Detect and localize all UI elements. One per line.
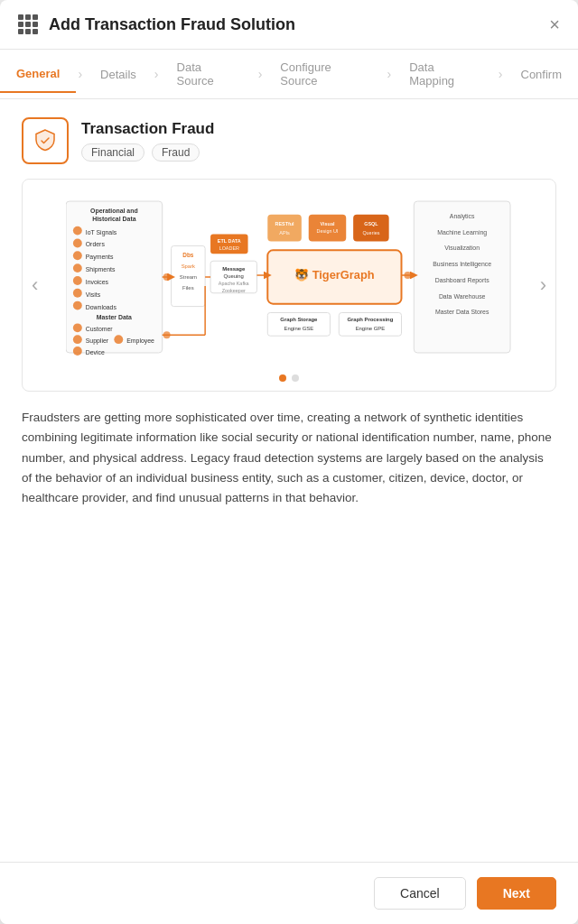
svg-text:Data Warehouse: Data Warehouse: [439, 293, 486, 300]
svg-rect-39: [267, 313, 330, 337]
svg-text:Historical Data: Historical Data: [92, 216, 136, 222]
modal-header: Add Transaction Fraud Solution ×: [0, 0, 578, 50]
svg-text:Queries: Queries: [362, 230, 379, 236]
svg-text:Apache Kafka: Apache Kafka: [219, 281, 250, 286]
svg-point-11: [73, 276, 82, 285]
svg-text:Machine Learning: Machine Learning: [437, 229, 487, 236]
step-sep-4: ›: [386, 67, 394, 81]
svg-text:APIs: APIs: [279, 230, 290, 236]
svg-text:Zookeeper: Zookeeper: [222, 288, 246, 293]
tag-fraud: Fraud: [152, 143, 200, 162]
svg-point-72: [404, 272, 411, 279]
svg-rect-47: [267, 215, 302, 242]
architecture-diagram: Operational and Historical Data IoT Sign…: [66, 196, 512, 358]
svg-text:Customer: Customer: [86, 326, 114, 332]
shield-icon: [33, 128, 58, 153]
svg-text:Spark: Spark: [182, 263, 195, 269]
step-sep-3: ›: [256, 67, 265, 81]
tag-financial: Financial: [81, 143, 144, 162]
svg-text:Queuing: Queuing: [224, 273, 244, 279]
svg-point-13: [73, 289, 82, 298]
svg-point-9: [73, 263, 82, 273]
dot-2[interactable]: [292, 374, 299, 382]
svg-text:Design UI: Design UI: [317, 228, 339, 234]
diagram-carousel: ‹ Operational and Historical Data IoT Si…: [22, 179, 556, 392]
svg-point-15: [73, 301, 82, 310]
carousel-next-button[interactable]: ›: [535, 268, 552, 302]
svg-text:Files: Files: [182, 285, 194, 291]
svg-text:Orders: Orders: [86, 241, 106, 247]
next-button[interactable]: Next: [477, 877, 556, 910]
svg-text:Operational and: Operational and: [90, 208, 138, 215]
solution-description: Fraudsters are getting more sophisticate…: [22, 408, 556, 508]
svg-text:Supplier: Supplier: [86, 337, 109, 345]
svg-text:Visual: Visual: [321, 221, 335, 226]
step-configure-source[interactable]: Configure Source: [264, 50, 385, 98]
svg-text:Message: Message: [222, 266, 246, 272]
modal-title: Add Transaction Fraud Solution: [49, 15, 538, 34]
svg-text:Dbs: Dbs: [182, 252, 194, 258]
modal-footer: Cancel Next: [0, 862, 578, 924]
dot-1[interactable]: [279, 374, 286, 382]
svg-point-7: [73, 251, 82, 260]
svg-text:Employee: Employee: [126, 337, 154, 345]
svg-text:Engine GSE: Engine GSE: [284, 326, 314, 331]
step-sep-5: ›: [497, 67, 505, 81]
svg-text:🐯 TigerGraph: 🐯 TigerGraph: [294, 268, 375, 282]
solution-title: Transaction Fraud: [81, 120, 214, 138]
step-data-mapping[interactable]: Data Mapping: [393, 50, 497, 98]
svg-point-69: [163, 331, 171, 338]
svg-text:Business Intelligence: Business Intelligence: [433, 261, 491, 268]
svg-text:Payments: Payments: [86, 254, 114, 261]
svg-point-65: [163, 273, 171, 281]
step-general[interactable]: General: [0, 56, 76, 93]
svg-point-18: [73, 323, 82, 332]
solution-tags: Financial Fraud: [81, 143, 214, 162]
step-sep-1: ›: [76, 67, 84, 81]
step-confirm[interactable]: Confirm: [505, 57, 579, 92]
svg-point-22: [114, 335, 123, 344]
svg-text:Shipments: Shipments: [86, 266, 116, 273]
svg-text:Stream: Stream: [180, 274, 197, 280]
svg-text:ETL DATA: ETL DATA: [218, 238, 241, 244]
svg-text:Device: Device: [86, 349, 105, 356]
step-sep-2: ›: [153, 67, 161, 81]
svg-rect-53: [353, 215, 389, 242]
svg-text:Analytics: Analytics: [450, 213, 475, 220]
svg-point-5: [73, 239, 82, 248]
step-data-source[interactable]: Data Source: [161, 50, 256, 98]
svg-rect-42: [339, 313, 401, 337]
svg-text:IoT Signals: IoT Signals: [86, 229, 117, 236]
svg-text:Visualization: Visualization: [444, 245, 480, 251]
svg-text:GSQL: GSQL: [364, 221, 378, 226]
svg-text:Engine GPE: Engine GPE: [356, 326, 386, 331]
solution-header: Transaction Fraud Financial Fraud: [22, 117, 556, 164]
step-details[interactable]: Details: [84, 57, 153, 92]
svg-point-20: [73, 335, 82, 344]
close-button[interactable]: ×: [549, 15, 560, 33]
svg-text:Visits: Visits: [86, 291, 101, 298]
svg-text:RESTful: RESTful: [275, 221, 295, 226]
cancel-button[interactable]: Cancel: [374, 877, 466, 910]
modal-body: Transaction Fraud Financial Fraud ‹ Oper…: [0, 99, 578, 862]
svg-text:Downloads: Downloads: [86, 304, 117, 310]
svg-text:Master Data Stores: Master Data Stores: [435, 309, 489, 315]
svg-point-24: [73, 346, 82, 356]
diagram-inner: Operational and Historical Data IoT Sign…: [23, 180, 555, 374]
svg-text:Graph Processing: Graph Processing: [347, 317, 393, 322]
modal-container: Add Transaction Fraud Solution × General…: [0, 0, 578, 924]
carousel-dots: [23, 374, 555, 391]
svg-point-3: [73, 226, 82, 236]
svg-text:Graph Storage: Graph Storage: [280, 317, 318, 322]
carousel-prev-button[interactable]: ‹: [26, 268, 43, 302]
steps-bar: General › Details › Data Source › Config…: [0, 50, 578, 99]
svg-text:Master Data: Master Data: [97, 314, 132, 320]
svg-text:Dashboard Reports: Dashboard Reports: [435, 277, 489, 284]
solution-info: Transaction Fraud Financial Fraud: [81, 120, 214, 162]
solution-icon-wrap: [22, 117, 69, 164]
grid-icon: [18, 14, 38, 34]
svg-text:LOADER: LOADER: [219, 245, 239, 251]
svg-text:Invoices: Invoices: [86, 279, 109, 285]
